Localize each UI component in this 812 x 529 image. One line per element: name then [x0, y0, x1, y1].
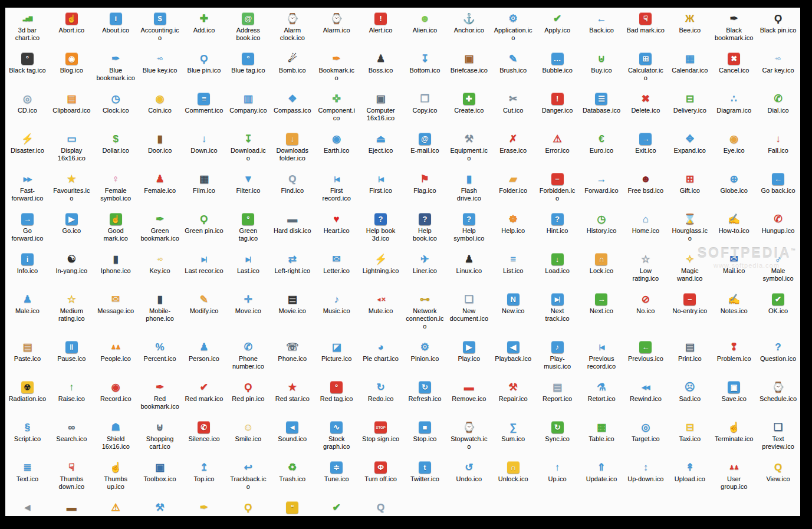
file-black-pin[interactable]: ϘBlack pin.ico	[756, 9, 800, 42]
file-trackback[interactable]: ↩Trackback.ico	[226, 458, 270, 498]
file-male-symbol[interactable]: ♂Male symbol.ico	[756, 250, 800, 290]
file-schedule[interactable]: ⌚Schedule.ico	[756, 378, 800, 410]
file-forward[interactable]: →Forward.ico	[580, 170, 624, 202]
file-red-bookmark[interactable]: ✒Red bookmark.ico	[138, 378, 182, 418]
file-red-tag[interactable]: °Red tag.ico	[314, 378, 359, 410]
file-pinion[interactable]: ⚙Pinion.ico	[403, 338, 447, 370]
file-silence[interactable]: ✆Silence.ico	[182, 418, 226, 451]
file-phone-number[interactable]: ✆Phone number.ico	[226, 338, 270, 378]
file-briefcase[interactable]: ▣Briefcase.ico	[447, 50, 491, 82]
file-clock[interactable]: ◷Clock.ico	[94, 90, 138, 122]
file-save[interactable]: ▣Save.ico	[712, 378, 756, 410]
file-down[interactable]: ↓Down.ico	[182, 130, 226, 162]
file-go[interactable]: ▶Go.ico	[50, 210, 94, 242]
file-sad[interactable]: ☹Sad.ico	[668, 378, 712, 410]
file-red-pin[interactable]: ϘRed pin.ico	[226, 378, 270, 410]
file-turn-off[interactable]: ΦTurn off.ico	[359, 458, 403, 491]
file-last[interactable]: ▶|Last.ico	[226, 250, 270, 282]
file-calculator[interactable]: ⊞Calculator.ico	[623, 50, 668, 90]
file-stop[interactable]: ■Stop.ico	[403, 418, 447, 451]
file-eye[interactable]: ◉Eye.ico	[712, 130, 756, 162]
file-find[interactable]: QFind.ico	[270, 170, 314, 202]
file-next-track[interactable]: ▶|Next track.ico	[535, 290, 580, 330]
file-computer-16x16[interactable]: ▣Computer 16x16.ico	[359, 90, 403, 130]
file-female-symbol[interactable]: ♀Female symbol.ico	[94, 170, 138, 210]
file-smile[interactable]: ☺Smile.ico	[226, 418, 270, 451]
file-redo[interactable]: ↻Redo.ico	[359, 378, 403, 410]
file-hungup[interactable]: ✆Hungup.ico	[756, 210, 800, 242]
file-download[interactable]: ↧Download.ico	[226, 130, 270, 170]
file-previous-record[interactable]: |◀Previous record.ico	[580, 338, 624, 378]
file-good-mark[interactable]: ☝Good mark.ico	[94, 210, 138, 250]
file-raise[interactable]: ↑Raise.ico	[50, 378, 94, 410]
file-report[interactable]: ▤Report.ico	[535, 378, 580, 410]
file-iphone[interactable]: ▮Iphone.ico	[94, 250, 138, 282]
file-taxi[interactable]: ⊟Taxi.ico	[668, 418, 712, 451]
file-dial[interactable]: ✆Dial.ico	[756, 90, 800, 122]
file-pause[interactable]: ‖Pause.ico	[50, 338, 94, 370]
file-component[interactable]: ✜Component.ico	[314, 90, 359, 130]
file-euro[interactable]: €Euro.ico	[580, 130, 624, 162]
file-low-rating[interactable]: ☆Low rating.ico	[623, 250, 668, 290]
file-green-bookmark[interactable]: ✒Green bookmark.ico	[138, 210, 182, 250]
file-globe[interactable]: ⊕Globe.ico	[712, 170, 756, 202]
file-bookmark[interactable]: ✒Bookmark.ico	[314, 50, 359, 90]
file-phone[interactable]: ☏Phone.ico	[270, 338, 314, 370]
file-filter[interactable]: ▼Filter.ico	[226, 170, 270, 202]
file-male[interactable]: ♟Male.ico	[5, 290, 50, 323]
file-retort[interactable]: ⚗Retort.ico	[580, 378, 624, 410]
file-twitter[interactable]: tTwitter.ico	[403, 458, 447, 491]
file-cancel[interactable]: ✖Cancel.ico	[712, 50, 756, 82]
file-hourglass[interactable]: ⌛Hourglass.ico	[668, 210, 712, 250]
file-new[interactable]: NNew.ico	[491, 290, 535, 323]
file-shopping-cart[interactable]: ⊎Shopping cart.ico	[138, 418, 182, 458]
file-3d-bar-chart[interactable]: ▂▅▇3d bar chart.ico	[5, 9, 50, 50]
file-alien[interactable]: ☻Alien.ico	[403, 9, 447, 42]
file-undo[interactable]: ↺Undo.ico	[447, 458, 491, 491]
file-user-group[interactable]: ♟♟User group.ico	[712, 458, 756, 498]
file-help-book[interactable]: ?Help book.ico	[403, 210, 447, 250]
file-compass[interactable]: ❖Compass.ico	[270, 90, 314, 122]
file-medium-rating[interactable]: ☆Medium rating.ico	[50, 290, 94, 330]
file-thumbs-up[interactable]: ☝Thumbs up.ico	[94, 458, 138, 498]
file-wrench[interactable]: ⚒Wrench.ico	[138, 498, 182, 516]
file-forbidden[interactable]: −Forbidden.ico	[535, 170, 580, 210]
file-go-back[interactable]: ←Go back.ico	[756, 170, 800, 202]
file-create[interactable]: ✚Create.ico	[447, 90, 491, 122]
file-delete[interactable]: ✖Delete.ico	[623, 90, 668, 122]
file-female[interactable]: ♟Female.ico	[138, 170, 182, 202]
file-print[interactable]: ▤Print.ico	[668, 338, 712, 370]
file-bee[interactable]: ЖBee.ico	[668, 9, 712, 42]
file-lightning[interactable]: ⚡Lightning.ico	[359, 250, 403, 282]
file-sound[interactable]: ◄Sound.ico	[270, 418, 314, 451]
file-network-connection[interactable]: ⊶Network connection.ico	[403, 290, 447, 338]
file-comment[interactable]: ≡Comment.ico	[182, 90, 226, 122]
file-previous[interactable]: ←Previous.ico	[623, 338, 668, 370]
file-green-tag[interactable]: °Green tag.ico	[226, 210, 270, 250]
file-sum[interactable]: ∑Sum.ico	[491, 418, 535, 451]
file-no-entry[interactable]: −No-entry.ico	[668, 290, 712, 323]
file-database[interactable]: ☰Database.ico	[580, 90, 624, 122]
file-apply[interactable]: ✔Apply.ico	[535, 9, 580, 42]
file-e-mail[interactable]: @E-mail.ico	[403, 130, 447, 162]
file-in-yang[interactable]: ☯In-yang.ico	[50, 250, 94, 282]
file-liner[interactable]: ✈Liner.ico	[403, 250, 447, 282]
file-next[interactable]: →Next.ico	[580, 290, 624, 323]
file-new-document[interactable]: ❏New document.ico	[447, 290, 491, 330]
file-blue-key[interactable]: ♀Blue key.ico	[138, 50, 182, 82]
file-black-tag[interactable]: °Black tag.ico	[5, 50, 50, 82]
file-terminate[interactable]: ☝Terminate.ico	[712, 418, 756, 451]
file-ok[interactable]: ✔OK.ico	[756, 290, 800, 323]
file-help[interactable]: ☸Help.ico	[491, 210, 535, 242]
file-thumbs-down[interactable]: ☟Thumbs down.ico	[50, 458, 94, 498]
file-up[interactable]: ↑Up.ico	[535, 458, 580, 491]
file-heart[interactable]: ♥Heart.ico	[314, 210, 359, 242]
file-left-right[interactable]: ⇄Left-right.ico	[270, 250, 314, 282]
file-back[interactable]: ←Back.ico	[580, 9, 624, 42]
file-letter[interactable]: ✉Letter.ico	[314, 250, 359, 282]
file-about[interactable]: iAbout.ico	[94, 9, 138, 42]
file-mute[interactable]: ◄✕Mute.ico	[359, 290, 403, 323]
file-how-to[interactable]: ✍How-to.ico	[712, 210, 756, 242]
file-exit[interactable]: →Exit.ico	[623, 130, 668, 162]
file-top[interactable]: ↥Top.ico	[182, 458, 226, 491]
